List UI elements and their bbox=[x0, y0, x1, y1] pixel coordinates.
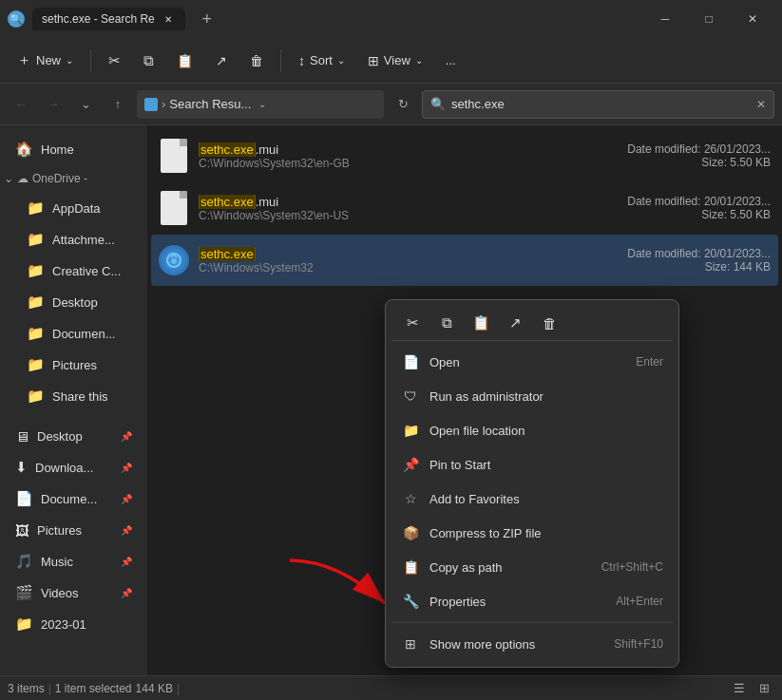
ctx-open-item[interactable]: 📄 Open Enter bbox=[391, 345, 673, 379]
sidebar-item-label-sharethis: Share this bbox=[52, 389, 108, 404]
ctx-share-button[interactable]: ↗ bbox=[500, 310, 530, 336]
sidebar-item-desktop[interactable]: 📁 Desktop bbox=[4, 287, 143, 317]
ctx-showmore-shortcut: Shift+F10 bbox=[614, 637, 663, 651]
new-tab-button[interactable]: + bbox=[193, 5, 221, 33]
maximize-button[interactable]: □ bbox=[687, 4, 731, 34]
forward-button[interactable]: → bbox=[40, 91, 67, 118]
ctx-runadmin-icon: 🛡 bbox=[401, 388, 420, 404]
context-menu-toolbar: ✂ ⧉ 📋 ↗ 🗑 bbox=[391, 306, 673, 341]
view-button[interactable]: ⊞ View ⌄ bbox=[358, 44, 432, 78]
ctx-delete-icon: 🗑 bbox=[543, 315, 557, 331]
breadcrumb[interactable]: › Search Resu... ⌄ bbox=[137, 90, 384, 119]
toolbar: ＋ New ⌄ ✂ ⧉ 📋 ↗ 🗑 ↕ Sort ⌄ ⊞ View ⌄ ... bbox=[0, 38, 782, 84]
status-bar: 3 items | 1 item selected 144 KB | ☰ ⊞ bbox=[0, 675, 782, 700]
sidebar-item-label-documents: Documen... bbox=[52, 327, 115, 341]
share-button[interactable]: ↗ bbox=[206, 44, 237, 78]
ctx-paste-icon: 📋 bbox=[472, 314, 490, 331]
file-name-1: sethc.exe.mui bbox=[199, 142, 618, 157]
copy-button[interactable]: ⧉ bbox=[134, 44, 163, 78]
status-selected: 1 item selected bbox=[55, 682, 132, 695]
sort-dropdown-icon: ⌄ bbox=[337, 55, 345, 66]
refresh-button[interactable]: ↻ bbox=[390, 91, 416, 118]
sidebar-item-sharethis[interactable]: 📁 Share this bbox=[4, 381, 143, 411]
file-path-2: C:\Windows\System32\en-US bbox=[199, 209, 618, 222]
svg-point-1 bbox=[171, 258, 177, 264]
sidebar-item-appdata[interactable]: 📁 AppData bbox=[4, 193, 143, 223]
sidebar-group-onedrive[interactable]: ⌄ ☁ OneDrive - bbox=[0, 165, 147, 192]
sidebar-item-creative[interactable]: 📁 Creative C... bbox=[4, 255, 143, 286]
sidebar-item-music[interactable]: 🎵 Music 📌 bbox=[4, 546, 143, 577]
file-date-2: Date modified: 20/01/2023... bbox=[627, 195, 771, 208]
breadcrumb-dropdown-icon: ⌄ bbox=[258, 99, 266, 109]
sidebar-item-label-pictures2: Pictures bbox=[37, 523, 82, 538]
sidebar: 🏠 Home ⌄ ☁ OneDrive - 📁 AppData 📁 Attach… bbox=[0, 125, 147, 675]
more-button[interactable]: ... bbox=[436, 44, 466, 78]
downloads-icon: ⬇ bbox=[15, 459, 28, 476]
folder-icon-documents: 📁 bbox=[27, 325, 45, 342]
ctx-delete-button[interactable]: 🗑 bbox=[534, 310, 564, 336]
sidebar-item-desktop2[interactable]: 🖥 Desktop 📌 bbox=[4, 421, 143, 451]
folder-icon-attachments: 📁 bbox=[27, 231, 45, 248]
sort-button[interactable]: ↕ Sort ⌄ bbox=[289, 44, 354, 78]
search-box[interactable]: 🔍 ✕ bbox=[422, 90, 774, 119]
ctx-runadmin-item[interactable]: 🛡 Run as administrator bbox=[391, 379, 673, 413]
file-path-1: C:\Windows\System32\en-GB bbox=[199, 157, 618, 170]
ctx-openfileloc-item[interactable]: 📁 Open file location bbox=[391, 413, 673, 447]
close-button[interactable]: ✕ bbox=[731, 4, 774, 34]
doc-icon-1 bbox=[161, 139, 187, 173]
ctx-cut-button[interactable]: ✂ bbox=[397, 310, 428, 336]
back-button[interactable]: ← bbox=[8, 91, 34, 118]
file-name-suffix-2: .mui bbox=[256, 195, 279, 209]
active-tab[interactable]: sethc.exe - Search Re ✕ bbox=[32, 8, 185, 30]
sidebar-item-label-creative: Creative C... bbox=[52, 264, 121, 278]
down-button[interactable]: ⌄ bbox=[72, 91, 99, 118]
sidebar-item-pictures2[interactable]: 🖼 Pictures 📌 bbox=[4, 515, 143, 545]
file-icon-3 bbox=[159, 241, 189, 279]
ctx-copypath-item[interactable]: 📋 Copy as path Ctrl+Shift+C bbox=[391, 550, 673, 584]
table-row[interactable]: sethc.exe.mui C:\Windows\System32\en-GB … bbox=[151, 130, 778, 181]
music-icon: 🎵 bbox=[15, 553, 33, 570]
sidebar-item-downloads[interactable]: ⬇ Downloa... 📌 bbox=[4, 452, 143, 482]
ctx-compress-item[interactable]: 📦 Compress to ZIP file bbox=[391, 516, 673, 550]
table-row[interactable]: sethc.exe C:\Windows\System32 Date modif… bbox=[151, 235, 778, 286]
file-size-1: Size: 5.50 KB bbox=[627, 156, 771, 169]
cut-button[interactable]: ✂ bbox=[99, 44, 130, 78]
pin-icon-desktop2: 📌 bbox=[121, 431, 132, 442]
minimize-button[interactable]: ─ bbox=[643, 4, 687, 34]
new-icon: ＋ bbox=[17, 51, 31, 69]
ctx-copy-button[interactable]: ⧉ bbox=[431, 310, 462, 336]
home-icon: 🏠 bbox=[15, 141, 33, 158]
up-button[interactable]: ↑ bbox=[105, 91, 131, 118]
new-label: New bbox=[36, 53, 61, 67]
delete-button[interactable]: 🗑 bbox=[240, 44, 273, 78]
sidebar-item-label-home: Home bbox=[41, 142, 74, 157]
sidebar-item-label-desktop2: Desktop bbox=[37, 429, 83, 444]
sidebar-item-label-onedrive: OneDrive - bbox=[32, 172, 87, 185]
ctx-paste-button[interactable]: 📋 bbox=[466, 310, 496, 336]
grid-view-button[interactable]: ⊞ bbox=[753, 678, 774, 699]
search-clear-button[interactable]: ✕ bbox=[756, 98, 766, 111]
list-view-button[interactable]: ☰ bbox=[729, 678, 750, 699]
new-button[interactable]: ＋ New ⌄ bbox=[8, 44, 83, 78]
ctx-showmore-item[interactable]: ⊞ Show more options Shift+F10 bbox=[391, 627, 673, 661]
file-date-1: Date modified: 26/01/2023... bbox=[627, 142, 771, 156]
sidebar-item-documents2[interactable]: 📄 Docume... 📌 bbox=[4, 483, 143, 514]
search-input[interactable] bbox=[451, 97, 751, 111]
ctx-copypath-icon: 📋 bbox=[401, 559, 420, 575]
paste-button[interactable]: 📋 bbox=[167, 44, 202, 78]
view-dropdown-icon: ⌄ bbox=[415, 55, 423, 66]
ctx-properties-item[interactable]: 🔧 Properties Alt+Enter bbox=[391, 584, 673, 618]
ctx-pinstart-item[interactable]: 📌 Pin to Start bbox=[391, 447, 673, 482]
table-row[interactable]: sethc.exe.mui C:\Windows\System32\en-US … bbox=[151, 182, 778, 234]
sidebar-item-pictures[interactable]: 📁 Pictures bbox=[4, 350, 143, 380]
file-name-highlight-1: sethc.exe bbox=[199, 142, 256, 157]
pin-icon-music: 📌 bbox=[121, 557, 132, 567]
tab-close-btn[interactable]: ✕ bbox=[161, 11, 176, 27]
sidebar-item-year2023[interactable]: 📁 2023-01 bbox=[4, 609, 143, 639]
ctx-favorites-item[interactable]: ☆ Add to Favorites bbox=[391, 482, 673, 516]
sidebar-item-home[interactable]: 🏠 Home bbox=[4, 134, 143, 164]
documents2-icon: 📄 bbox=[15, 490, 33, 507]
sidebar-item-documents[interactable]: 📁 Documen... bbox=[4, 318, 143, 349]
sidebar-item-attachments[interactable]: 📁 Attachme... bbox=[4, 224, 143, 255]
sidebar-item-videos[interactable]: 🎬 Videos 📌 bbox=[4, 577, 143, 608]
